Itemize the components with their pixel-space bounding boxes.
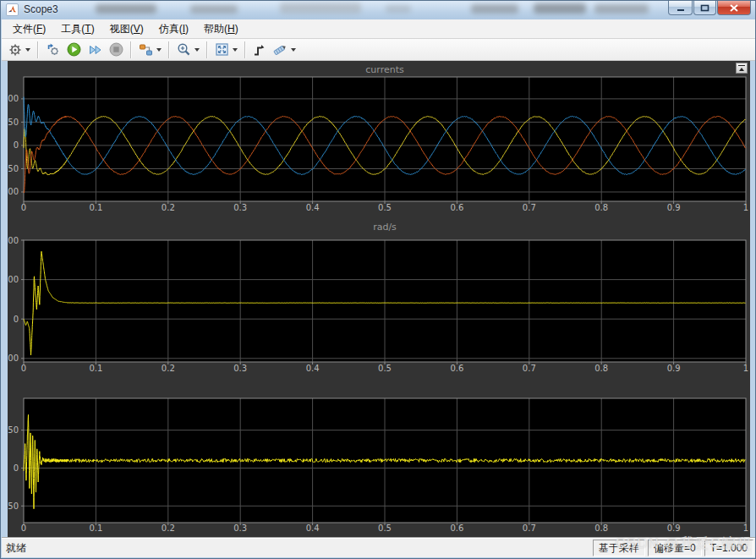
svg-text:0: 0 [21,203,26,212]
signal-layout-button[interactable] [136,41,164,58]
stop-icon [109,42,123,57]
collapse-up-arrow-icon [738,65,745,66]
step-forward-icon [88,43,102,57]
svg-text:1: 1 [743,523,748,533]
svg-text:0.2: 0.2 [162,203,175,212]
status-ready: 就绪 [2,541,593,556]
svg-text:-50: -50 [8,501,19,511]
titlebar-glass-artifact [594,4,649,14]
chevron-down-icon [291,48,296,52]
maximize-icon [700,4,709,12]
svg-text:0: 0 [21,523,26,533]
menu-file[interactable]: 文件(F) [5,19,53,39]
titlebar-glass-artifact [471,4,518,14]
menu-view[interactable]: 视图(V) [102,19,151,39]
svg-text:-500: -500 [8,353,19,363]
svg-text:0.8: 0.8 [594,523,608,533]
svg-text:100: 100 [8,94,19,103]
toolbar [2,39,756,61]
svg-text:0.1: 0.1 [89,364,102,373]
maximize-button[interactable] [693,1,716,15]
measurements-button[interactable] [270,41,299,58]
svg-text:0: 0 [21,364,26,373]
zoom-button[interactable] [174,41,202,58]
settings-gear-icon [8,43,22,57]
trigger-button[interactable] [250,41,268,58]
settings-button[interactable] [6,41,33,58]
svg-text:0.5: 0.5 [378,364,392,373]
currents-plot: 00.10.20.30.40.50.60.70.80.91100500-50-1… [8,61,750,217]
svg-text:50: 50 [8,118,19,127]
svg-text:-100: -100 [8,187,19,196]
run-icon [67,42,81,57]
menu-simulation[interactable]: 仿真(I) [151,19,196,39]
close-icon [730,4,738,12]
svg-text:0.6: 0.6 [450,523,463,533]
svg-text:0.9: 0.9 [667,523,681,533]
svg-text:1: 1 [743,203,748,212]
menu-tools[interactable]: 工具(T) [53,19,101,39]
titlebar-glass-artifact [280,3,361,14]
stop-button[interactable] [107,41,126,58]
svg-text:0.3: 0.3 [233,364,247,373]
svg-text:0.9: 0.9 [667,364,681,373]
svg-text:currents: currents [365,64,404,75]
step-forward-button[interactable] [85,41,105,58]
svg-text:0.3: 0.3 [233,523,247,533]
chevron-down-icon [194,48,200,52]
scope-display-area: 00.10.20.30.40.50.60.70.80.91100500-50-1… [8,61,750,540]
toolbar-separator [130,41,132,58]
svg-text:0.7: 0.7 [523,203,536,212]
zoom-icon [177,42,191,57]
collapse-panel-button[interactable] [736,63,748,74]
minimize-button[interactable] [668,1,693,15]
svg-text:0.1: 0.1 [89,523,102,533]
titlebar-glass-artifact [96,4,156,14]
link-to-model-icon [46,43,60,57]
svg-text:-50: -50 [8,164,19,173]
chevron-down-icon [156,48,162,52]
svg-text:1000: 1000 [8,236,19,245]
torque-plot: 00.10.20.30.40.50.60.70.80.91500-50 [8,381,750,540]
menu-help[interactable]: 帮助(H) [196,19,246,39]
svg-text:0.2: 0.2 [162,364,175,373]
scope-window: Scope3 文件(F) 工具(T) 视图(V) 仿真(I) 帮助(H) [0,0,756,559]
svg-text:0.4: 0.4 [306,364,320,373]
speed-plot: 00.10.20.30.40.50.60.70.80.9110005000-50… [8,217,750,381]
svg-text:0.5: 0.5 [378,523,392,533]
svg-text:0.1: 0.1 [89,203,102,212]
watermark: CSDN @我爱C编程 [616,534,752,553]
svg-text:0.4: 0.4 [306,523,320,533]
window-title: Scope3 [24,3,58,15]
toolbar-separator [37,41,39,58]
menubar: 文件(F) 工具(T) 视图(V) 仿真(I) 帮助(H) [2,19,756,39]
svg-text:0.6: 0.6 [450,364,463,373]
svg-text:0: 0 [14,140,19,150]
svg-text:1: 1 [743,364,748,373]
close-button[interactable] [717,1,751,15]
svg-text:rad/s: rad/s [373,222,397,233]
matlab-logo-icon [6,3,19,16]
chevron-down-icon [233,48,238,52]
svg-text:0.7: 0.7 [523,364,536,373]
toolbar-separator [244,41,246,58]
fit-to-view-icon [215,42,229,57]
svg-text:0.2: 0.2 [162,523,175,533]
titlebar[interactable]: Scope3 [1,1,755,19]
run-button[interactable] [64,41,84,58]
svg-text:0.3: 0.3 [233,203,247,212]
link-to-model-button[interactable] [43,41,63,58]
svg-text:0.5: 0.5 [378,203,392,212]
svg-text:0.8: 0.8 [594,364,608,373]
svg-text:0: 0 [14,315,19,324]
svg-text:500: 500 [8,275,19,284]
titlebar-glass-artifact [190,5,238,14]
trigger-icon [253,43,266,57]
svg-text:0.9: 0.9 [667,203,681,212]
fit-to-view-button[interactable] [212,41,240,58]
toolbar-separator [168,41,170,58]
svg-text:50: 50 [8,425,19,435]
svg-text:0: 0 [14,463,19,473]
signal-layout-icon [139,43,153,57]
svg-text:0.4: 0.4 [306,203,320,212]
